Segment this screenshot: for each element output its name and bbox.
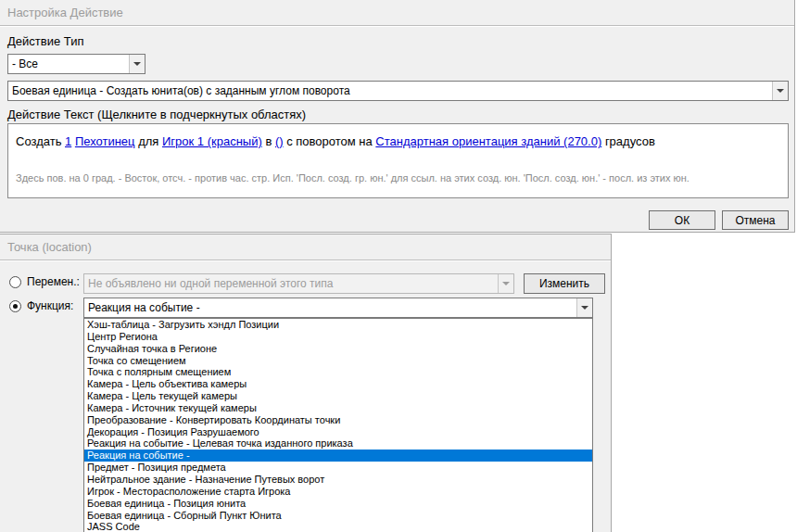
point-dialog-title: Точка (location) <box>7 240 92 254</box>
edit-variables-button[interactable]: Изменить <box>524 273 605 294</box>
list-item[interactable]: Случайная точка в Регионе <box>84 343 592 355</box>
action-filter-value: - Все <box>8 55 129 73</box>
list-item[interactable]: Камера - Цель объектива камеры <box>84 378 592 390</box>
function-combobox[interactable]: Реакция на событие - <box>83 298 593 318</box>
action-text-segment: для <box>135 134 162 148</box>
chevron-down-icon <box>581 306 588 310</box>
action-param-link[interactable]: Пехотинец <box>75 134 135 148</box>
action-text-panel: Создать 1 Пехотинец для Игрок 1 (красный… <box>7 123 789 198</box>
point-location-dialog: Точка (location) Перемен.: Не объявлено … <box>0 234 612 532</box>
list-item[interactable]: Точка со смещением <box>84 355 592 367</box>
cancel-button[interactable]: Отмена <box>722 210 789 230</box>
action-settings-dialog: Настройка Действие Действие Тип - Все Бо… <box>0 0 795 233</box>
dropdown-arrow-button[interactable] <box>129 55 145 73</box>
variable-combo-value: Не объявлено ни одной переменной этого т… <box>84 274 498 293</box>
variable-radio-row[interactable]: Перемен.: <box>9 275 80 288</box>
action-type-label: Действие Тип <box>7 34 83 48</box>
action-text: Создать 1 Пехотинец для Игрок 1 (красный… <box>16 134 655 148</box>
list-item[interactable]: Боевая единица - Позиция юнита <box>84 498 592 510</box>
dropdown-arrow-button[interactable] <box>576 298 592 317</box>
function-list[interactable]: Хэш-таблица - Загрузить хэндл ПозицииЦен… <box>83 318 593 532</box>
list-item[interactable]: Реакция на событие - Целевая точка издан… <box>84 437 592 450</box>
list-item[interactable]: JASS Code <box>84 521 592 532</box>
list-item[interactable]: Камера - Цель текущей камеры <box>84 390 592 402</box>
list-item[interactable]: Центр Региона <box>84 331 592 343</box>
variable-combobox: Не объявлено ни одной переменной этого т… <box>83 273 514 294</box>
variable-radio-button[interactable] <box>9 276 21 288</box>
chevron-down-icon <box>777 89 784 93</box>
list-item[interactable]: Предмет - Позиция предмета <box>84 462 592 474</box>
list-item[interactable]: Боевая единица - Сборный Пункт Юнита <box>84 510 592 522</box>
dropdown-arrow-button <box>498 274 513 293</box>
chevron-down-icon <box>133 62 141 66</box>
action-select-combobox[interactable]: Боевая единица - Создать юнита(ов) с зад… <box>7 81 789 101</box>
action-param-link[interactable]: Игрок 1 (красный) <box>162 134 262 148</box>
action-select-value: Боевая единица - Создать юнита(ов) с зад… <box>8 82 772 100</box>
action-text-label: Действие Текст (Щелкните в подчеркнутых … <box>7 108 306 121</box>
function-radio-button[interactable] <box>9 300 21 312</box>
action-param-link[interactable]: () <box>275 134 284 148</box>
chevron-down-icon <box>502 282 510 285</box>
action-dialog-title: Настройка Действие <box>7 6 123 19</box>
action-text-segment: с поворотом на <box>284 134 376 148</box>
list-item[interactable]: Камера - Источник текущей камеры <box>84 402 592 414</box>
title-separator <box>0 260 611 261</box>
function-combo-value: Реакция на событие - <box>84 298 576 317</box>
variable-radio-label: Перемен.: <box>27 275 80 288</box>
list-item[interactable]: Игрок - Месторасположение старта Игрока <box>84 486 592 498</box>
function-radio-row[interactable]: Функция: <box>9 299 73 312</box>
action-hint-text: Здесь пов. на 0 град. - Восток, отсч. - … <box>16 172 689 184</box>
ok-button[interactable]: ОК <box>649 210 715 230</box>
list-item[interactable]: Реакция на событие - <box>84 450 592 462</box>
action-text-segment: Создать <box>16 134 65 148</box>
action-text-segment: в <box>262 134 275 148</box>
action-param-link[interactable]: Стандартная ориентация зданий (270.0) <box>375 134 601 148</box>
action-text-segment: градусов <box>601 134 655 148</box>
action-filter-combobox[interactable]: - Все <box>7 54 145 74</box>
list-item[interactable]: Хэш-таблица - Загрузить хэндл Позиции <box>84 319 592 331</box>
function-radio-label: Функция: <box>27 299 73 312</box>
title-separator <box>0 25 794 27</box>
list-item[interactable]: Преобразование - Конвертировать Координа… <box>84 414 592 426</box>
list-item[interactable]: Нейтральное здание - Назначение Путевых … <box>84 474 592 486</box>
dropdown-arrow-button[interactable] <box>772 82 788 100</box>
list-item[interactable]: Точка с полярным смещением <box>84 366 592 378</box>
list-item[interactable]: Декорация - Позиция Разрушаемого <box>84 426 592 438</box>
